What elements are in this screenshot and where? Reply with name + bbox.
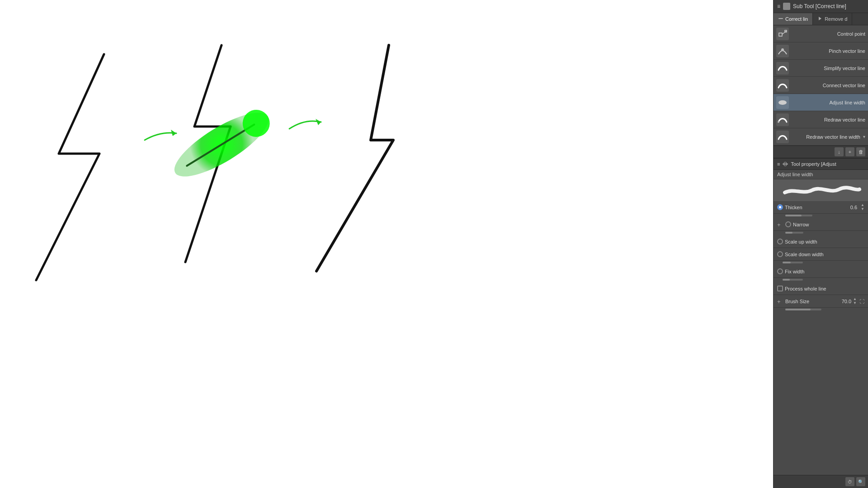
redraw-width-icon	[776, 131, 789, 143]
delete-tool-icon[interactable]: 🗑	[856, 147, 865, 156]
prop-row-scale-up[interactable]: Scale up width	[774, 235, 868, 248]
brush-size-slider-container	[774, 308, 868, 313]
brush-size-slider[interactable]	[785, 309, 821, 310]
tool-item-redraw-width[interactable]: Redraw vector line width ▾	[774, 128, 868, 145]
thicken-slider[interactable]	[785, 215, 812, 216]
tab-correct-line-label: Correct lin	[785, 16, 808, 22]
history-icon[interactable]: ⏱	[845, 477, 854, 486]
brush-size-link-icon[interactable]: ⛶	[859, 299, 864, 304]
checkbox-process-whole-line[interactable]	[777, 286, 783, 291]
tool-list: Control point Pinch vector line Simplify…	[774, 25, 868, 145]
brush-size-value: 70.0	[842, 299, 851, 304]
radio-scale-up[interactable]	[777, 239, 783, 244]
pencil-icon	[783, 3, 790, 10]
canvas-area	[0, 0, 773, 488]
property-hamburger-icon[interactable]: ≡	[777, 161, 780, 167]
thicken-value: 0.6	[850, 205, 857, 210]
narrow-slider[interactable]	[785, 232, 803, 234]
prop-row-scale-down[interactable]: Scale down width	[774, 248, 868, 261]
connect-vector-icon	[776, 79, 789, 92]
correct-line-tab-icon	[778, 16, 783, 22]
brush-size-spinner-up[interactable]: ▲	[853, 297, 857, 301]
svg-rect-0	[778, 18, 783, 19]
simplify-vector-icon	[776, 62, 789, 75]
prop-row-thicken[interactable]: Thicken 0.6 ▲ ▼	[774, 201, 868, 214]
subtool-header: ≡ Sub Tool [Correct line]	[774, 0, 868, 13]
svg-rect-8	[783, 164, 788, 164]
control-point-label: Control point	[792, 31, 865, 37]
thicken-slider-container	[774, 214, 868, 218]
drawing-canvas[interactable]	[0, 0, 773, 488]
radio-narrow[interactable]	[785, 221, 791, 227]
adjust-width-icon	[776, 96, 789, 109]
tab-remove[interactable]: Remove d	[813, 13, 852, 25]
search-icon[interactable]: 🔍	[856, 477, 865, 486]
tab-correct-line[interactable]: Correct lin	[774, 13, 813, 25]
tab-remove-label: Remove d	[825, 16, 847, 22]
pinch-vector-label: Pinch vector line	[792, 48, 865, 54]
prop-row-narrow[interactable]: + Narrow	[774, 218, 868, 231]
bottom-bar: ⏱ 🔍	[774, 475, 868, 488]
narrow-label: Narrow	[793, 222, 864, 227]
brush-stroke-preview	[780, 181, 862, 199]
scale-up-label: Scale up width	[785, 239, 864, 244]
tool-property-header: ≡ Tool property [Adjust	[774, 159, 868, 170]
prop-row-brush-size[interactable]: + Brush Size 70.0 ▲ ▼ ⛶	[774, 295, 868, 308]
add-tool-icon[interactable]: +	[845, 147, 854, 156]
prop-row-fix-width[interactable]: Fix width	[774, 265, 868, 278]
prop-row-process-whole-line[interactable]: Process whole line	[774, 282, 868, 295]
radio-fix-width[interactable]	[777, 268, 783, 274]
brush-size-plus-icon[interactable]: +	[777, 298, 783, 305]
tool-item-pinch-vector[interactable]: Pinch vector line	[774, 42, 868, 60]
property-section-title: Adjust line width	[774, 170, 868, 179]
control-point-icon	[776, 28, 789, 40]
svg-point-7	[778, 121, 779, 123]
narrow-slider-container	[774, 231, 868, 235]
fix-width-slider-container	[774, 278, 868, 282]
tool-item-simplify-vector[interactable]: Simplify vector line	[774, 60, 868, 77]
tool-property-header-title: Tool property [Adjust	[791, 161, 836, 167]
spinner-down[interactable]: ▼	[861, 207, 864, 211]
brush-size-spinner-down[interactable]: ▼	[853, 301, 857, 305]
right-panel: ≡ Sub Tool [Correct line] Correct lin Re…	[773, 0, 868, 488]
redraw-width-label: Redraw vector line width	[792, 134, 860, 140]
narrow-plus-icon: +	[777, 221, 783, 228]
pinch-vector-icon	[776, 45, 789, 57]
connect-vector-label: Connect vector line	[792, 83, 865, 88]
redraw-vector-label: Redraw vector line	[792, 117, 865, 122]
svg-point-5	[781, 48, 784, 51]
fix-width-label: Fix width	[785, 269, 864, 274]
tab-bar: Correct lin Remove d	[774, 13, 868, 25]
simplify-vector-label: Simplify vector line	[792, 66, 865, 71]
tool-property: ≡ Tool property [Adjust Adjust line widt…	[774, 159, 868, 475]
hamburger-icon[interactable]: ≡	[777, 3, 780, 9]
tool-item-connect-vector[interactable]: Connect vector line	[774, 77, 868, 94]
redraw-width-arrow: ▾	[863, 134, 865, 139]
spinner-up[interactable]: ▲	[861, 203, 864, 207]
thicken-spinner[interactable]: ▲ ▼	[861, 203, 864, 211]
svg-rect-2	[779, 33, 782, 36]
download-icon[interactable]: ↓	[835, 147, 844, 156]
scale-down-slider-container	[774, 261, 868, 265]
property-tool-icon	[782, 161, 788, 167]
scale-down-label: Scale down width	[785, 252, 864, 257]
svg-point-6	[778, 100, 787, 105]
svg-line-3	[782, 31, 786, 34]
tool-item-adjust-width[interactable]: Adjust line width	[774, 94, 868, 111]
subtool-header-title: Sub Tool [Correct line]	[793, 3, 846, 9]
redraw-vector-icon	[776, 113, 789, 126]
adjust-width-label: Adjust line width	[792, 100, 865, 105]
fix-width-slider[interactable]	[783, 279, 803, 281]
tool-item-redraw-vector[interactable]: Redraw vector line	[774, 111, 868, 128]
thicken-label: Thicken	[785, 205, 849, 210]
brush-size-label: Brush Size	[785, 299, 840, 304]
brush-preview	[774, 179, 868, 201]
tool-item-control-point[interactable]: Control point	[774, 25, 868, 42]
brush-size-spinner[interactable]: ▲ ▼	[853, 297, 857, 305]
radio-thicken[interactable]	[777, 204, 783, 210]
remove-tab-icon	[817, 16, 823, 22]
svg-marker-1	[819, 17, 821, 20]
process-whole-line-label: Process whole line	[785, 286, 864, 291]
radio-scale-down[interactable]	[777, 251, 783, 257]
scale-down-slider[interactable]	[783, 262, 803, 263]
